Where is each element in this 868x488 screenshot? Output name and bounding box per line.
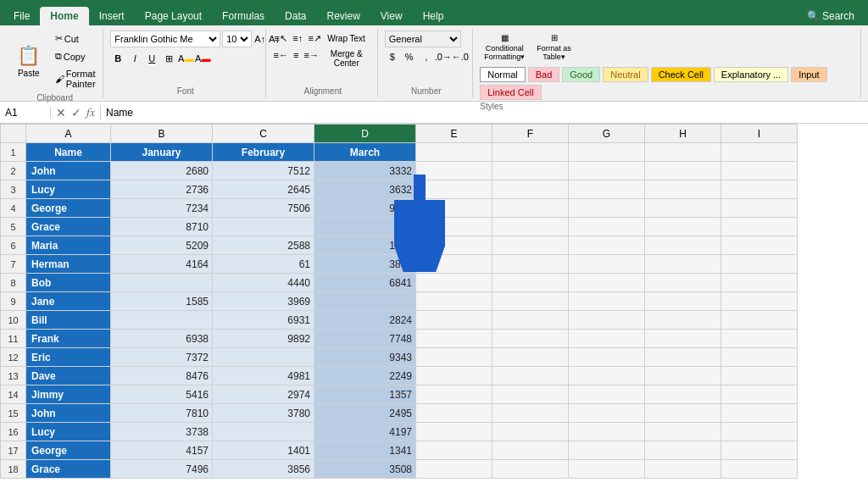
cell-c[interactable]: 2974 — [213, 385, 314, 404]
cell-i[interactable] — [721, 162, 798, 180]
cell-e[interactable] — [416, 143, 492, 162]
cell-b[interactable]: 7496 — [111, 460, 213, 479]
cell-b[interactable]: 2736 — [111, 180, 213, 199]
cell-c[interactable]: 2645 — [213, 180, 314, 199]
cell-c[interactable]: 4440 — [213, 274, 314, 292]
cell-h[interactable] — [645, 460, 721, 479]
cell-d[interactable]: 3632 — [314, 180, 416, 199]
cell-e[interactable] — [416, 441, 492, 460]
tab-home[interactable]: Home — [40, 7, 88, 25]
cell-i[interactable] — [721, 441, 798, 460]
cell-b[interactable] — [111, 274, 213, 292]
cell-h[interactable] — [645, 348, 721, 367]
confirm-formula-icon[interactable]: ✓ — [70, 106, 83, 119]
cell-g[interactable] — [569, 385, 645, 404]
cell-d[interactable]: 1357 — [314, 385, 416, 404]
cell-b[interactable]: 7234 — [111, 199, 213, 218]
cell-d[interactable]: 9343 — [314, 348, 416, 367]
cell-h[interactable] — [645, 143, 721, 162]
cell-h[interactable] — [645, 385, 721, 404]
cell-g[interactable] — [569, 143, 645, 162]
cell-name[interactable]: Name — [26, 143, 111, 162]
cell-b[interactable]: 7810 — [111, 404, 213, 423]
cell-i[interactable] — [721, 180, 798, 199]
cell-h[interactable] — [645, 404, 721, 423]
cell-e[interactable] — [416, 199, 492, 218]
cell-name[interactable]: Lucy — [26, 180, 111, 199]
cell-e[interactable] — [416, 330, 492, 348]
align-left-button[interactable]: ≡← — [273, 47, 288, 63]
wrap-text-button[interactable]: Wrap Text — [324, 30, 369, 46]
cell-h[interactable] — [645, 162, 721, 180]
col-header-g[interactable]: G — [569, 125, 645, 143]
cell-g[interactable] — [569, 274, 645, 292]
cell-c[interactable]: February — [213, 143, 314, 162]
cell-e[interactable] — [416, 274, 492, 292]
cell-b[interactable]: 2680 — [111, 162, 213, 180]
cell-e[interactable] — [416, 385, 492, 404]
cell-name[interactable]: Grace — [26, 460, 111, 479]
cell-h[interactable] — [645, 255, 721, 274]
cell-d[interactable]: 1341 — [314, 441, 416, 460]
cell-name[interactable]: Bill — [26, 311, 111, 330]
cell-g[interactable] — [569, 236, 645, 255]
bold-button[interactable]: B — [110, 51, 125, 66]
check-cell-style-button[interactable]: Check Cell — [651, 67, 711, 82]
cell-h[interactable] — [645, 423, 721, 441]
insert-function-icon[interactable]: 𝑓𝑥 — [85, 105, 97, 119]
cell-d[interactable]: 4197 — [314, 423, 416, 441]
cell-e[interactable] — [416, 404, 492, 423]
tab-view[interactable]: View — [370, 7, 413, 25]
cell-name[interactable]: Grace — [26, 218, 111, 236]
cell-d[interactable]: 3332 — [314, 162, 416, 180]
cell-h[interactable] — [645, 311, 721, 330]
cell-g[interactable] — [569, 218, 645, 236]
cell-f[interactable] — [492, 311, 569, 330]
italic-button[interactable]: I — [127, 51, 142, 66]
font-color-button[interactable]: A▬ — [195, 51, 210, 66]
align-center-button[interactable]: ≡ — [290, 47, 302, 63]
cell-f[interactable] — [492, 404, 569, 423]
cell-d[interactable]: 3807 — [314, 255, 416, 274]
cell-h[interactable] — [645, 367, 721, 385]
cell-i[interactable] — [721, 460, 798, 479]
cell-c[interactable]: 3969 — [213, 292, 314, 311]
cell-e[interactable] — [416, 255, 492, 274]
cell-name[interactable]: Jimmy — [26, 385, 111, 404]
col-header-b[interactable]: B — [111, 125, 213, 143]
cell-b[interactable]: 4164 — [111, 255, 213, 274]
cell-c[interactable]: 2588 — [213, 236, 314, 255]
cell-c[interactable] — [213, 218, 314, 236]
cell-h[interactable] — [645, 180, 721, 199]
cell-i[interactable] — [721, 292, 798, 311]
align-top-right-button[interactable]: ≡↗ — [307, 30, 322, 46]
cell-name[interactable]: Herman — [26, 255, 111, 274]
cell-e[interactable] — [416, 348, 492, 367]
cell-b[interactable] — [111, 311, 213, 330]
cell-name[interactable]: John — [26, 162, 111, 180]
cell-h[interactable] — [645, 330, 721, 348]
increase-decimal-button[interactable]: .0→ — [436, 49, 451, 64]
formula-content[interactable]: Name — [101, 107, 868, 119]
cell-name[interactable]: Frank — [26, 330, 111, 348]
cell-c[interactable]: 9892 — [213, 330, 314, 348]
cell-e[interactable] — [416, 460, 492, 479]
cell-d[interactable]: 7748 — [314, 330, 416, 348]
cell-c[interactable]: 3780 — [213, 404, 314, 423]
cell-h[interactable] — [645, 274, 721, 292]
cell-g[interactable] — [569, 423, 645, 441]
cell-d[interactable]: 2495 — [314, 404, 416, 423]
cell-d[interactable]: 2249 — [314, 367, 416, 385]
cell-f[interactable] — [492, 385, 569, 404]
cell-b[interactable]: 5416 — [111, 385, 213, 404]
cell-d[interactable]: 1802 — [314, 236, 416, 255]
cell-b[interactable]: 8476 — [111, 367, 213, 385]
cell-f[interactable] — [492, 255, 569, 274]
cell-name[interactable]: John — [26, 404, 111, 423]
cell-f[interactable] — [492, 367, 569, 385]
cell-e[interactable] — [416, 218, 492, 236]
cell-g[interactable] — [569, 460, 645, 479]
cell-h[interactable] — [645, 218, 721, 236]
tab-file[interactable]: File — [3, 7, 40, 25]
cell-h[interactable] — [645, 292, 721, 311]
